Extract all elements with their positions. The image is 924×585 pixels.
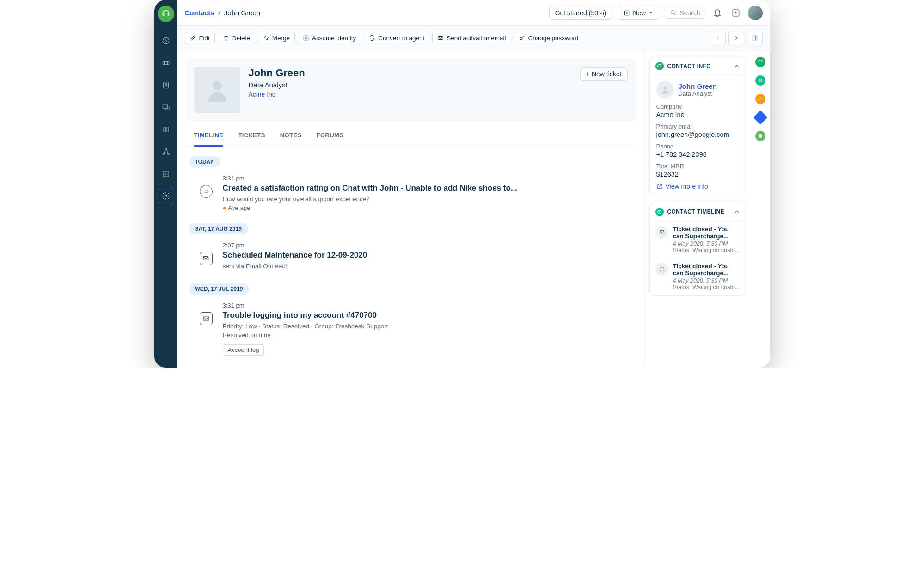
profile-info: John Green Data Analyst Acme Inc xyxy=(249,67,305,113)
nav-screens-icon[interactable] xyxy=(158,99,174,116)
content-area: John Green Data Analyst Acme Inc + New t… xyxy=(177,50,644,368)
nav-tickets-icon[interactable] xyxy=(158,55,174,71)
chevron-right-icon xyxy=(733,35,740,41)
mail-icon xyxy=(437,35,444,41)
timeline-item[interactable]: 3:31 pm Created a satisfaction rating on… xyxy=(186,170,636,221)
timeline-title: Scheduled Maintenance for 12-09-2020 xyxy=(223,251,636,260)
sparkle-icon[interactable] xyxy=(729,6,742,19)
tab-timeline[interactable]: TIMELINE xyxy=(194,125,224,147)
field-value: john.green@google.com xyxy=(656,131,739,138)
contact-name-link[interactable]: John Green xyxy=(679,82,717,90)
timeline-subtitle: sent via Email Outreach xyxy=(223,263,636,270)
prev-contact-button[interactable] xyxy=(710,31,726,45)
app-freshservice-icon[interactable] xyxy=(755,131,765,141)
chevron-down-icon xyxy=(649,11,653,15)
svg-point-14 xyxy=(306,37,306,38)
nav-reports-icon[interactable] xyxy=(158,166,174,182)
assume-identity-button[interactable]: Assume identity xyxy=(298,32,361,44)
date-pill: WED, 17 JUL 2019 xyxy=(189,283,250,295)
app-window: Contacts › John Green Get started (50%) … xyxy=(154,0,770,368)
panel-toggle-button[interactable] xyxy=(747,31,763,45)
nav-contacts-icon[interactable] xyxy=(158,77,174,93)
next-contact-button[interactable] xyxy=(728,31,744,45)
card-header[interactable]: CONTACT TIMELINE xyxy=(650,203,746,221)
breadcrumb-root-link[interactable]: Contacts xyxy=(185,9,214,17)
timeline-rating: ●Average xyxy=(223,204,636,211)
timeline-title: Trouble logging into my account #470700 xyxy=(223,311,636,320)
convert-agent-button[interactable]: Convert to agent xyxy=(364,32,429,44)
nav-knowledge-icon[interactable] xyxy=(158,121,174,138)
breadcrumb: Contacts › John Green xyxy=(185,9,261,17)
timeline-resolved: Resolved on time xyxy=(223,332,636,339)
header: Contacts › John Green Get started (50%) … xyxy=(177,0,770,26)
nav-settings-icon[interactable] xyxy=(158,188,174,204)
left-nav xyxy=(154,0,177,368)
field-value: $12632 xyxy=(656,171,739,178)
change-password-button[interactable]: Change password xyxy=(514,32,584,44)
svg-point-19 xyxy=(205,191,205,191)
card-header[interactable]: CONTACT INFO xyxy=(650,57,746,75)
timeline-mini-item[interactable]: Ticket closed - You can Supercharge... 4… xyxy=(650,221,746,258)
chevron-up-icon xyxy=(734,209,740,215)
chevron-up-icon xyxy=(734,63,740,69)
mini-date: 4 May 2020, 5:30 PM xyxy=(673,240,740,247)
merge-button[interactable]: Merge xyxy=(258,32,295,44)
external-link-icon xyxy=(656,183,663,190)
app-freshsales-icon[interactable] xyxy=(755,75,765,86)
side-panel: CONTACT INFO John Green Data Analyst Com… xyxy=(644,50,751,368)
svg-rect-4 xyxy=(163,105,168,108)
assume-label: Assume identity xyxy=(312,35,356,42)
field-value: Acme Inc. xyxy=(656,111,739,118)
timeline-item[interactable]: 2:07 pm Scheduled Maintenance for 12-09-… xyxy=(186,237,636,281)
mini-status: Status: Waiting on custo... xyxy=(673,247,740,253)
date-pill-today: TODAY xyxy=(189,156,220,167)
delete-label: Delete xyxy=(232,35,250,42)
convert-label: Convert to agent xyxy=(378,35,424,42)
user-avatar[interactable] xyxy=(748,6,763,20)
mail-icon xyxy=(200,312,213,325)
app-rail xyxy=(751,50,770,368)
timeline-item[interactable]: 3:31 pm Trouble logging into my account … xyxy=(186,297,636,365)
new-button[interactable]: New xyxy=(618,6,659,20)
svg-point-18 xyxy=(213,81,222,90)
user-box-icon xyxy=(303,35,309,41)
app-freshdesk-icon[interactable] xyxy=(755,57,765,67)
edit-label: Edit xyxy=(199,35,210,42)
timeline-list: TODAY 3:31 pm Created a satisfaction rat… xyxy=(186,147,636,365)
get-started-button[interactable]: Get started (50%) xyxy=(549,6,612,20)
app-logo[interactable] xyxy=(158,6,174,22)
app-freshcaller-icon[interactable] xyxy=(755,94,765,104)
field-label: Phone xyxy=(656,143,739,150)
view-more-link[interactable]: View more info xyxy=(656,183,739,190)
field-value: +1 782 342 2398 xyxy=(656,151,739,158)
svg-point-11 xyxy=(671,11,675,14)
profile-company-link[interactable]: Acme Inc xyxy=(249,91,305,98)
nav-social-icon[interactable] xyxy=(158,143,174,160)
refresh-icon xyxy=(369,35,375,41)
timeline-badge[interactable]: Account log xyxy=(223,344,264,356)
delete-button[interactable]: Delete xyxy=(218,32,255,44)
chevron-right-icon: › xyxy=(218,9,220,17)
edit-icon xyxy=(190,35,196,41)
notifications-icon[interactable] xyxy=(711,6,724,19)
timeline-mini-item[interactable]: Ticket closed - You can Supercharge... 4… xyxy=(650,258,746,295)
new-ticket-button[interactable]: + New ticket xyxy=(580,67,628,81)
timeline-time: 3:31 pm xyxy=(223,302,636,309)
mini-title: Ticket closed - You can Supercharge... xyxy=(673,263,740,277)
search-input[interactable]: Search xyxy=(665,7,705,19)
merge-label: Merge xyxy=(272,35,290,42)
profile-card: John Green Data Analyst Acme Inc + New t… xyxy=(186,59,636,122)
tab-forums[interactable]: FORUMS xyxy=(317,125,344,147)
action-toolbar: Edit Delete Merge Assume identity Conver… xyxy=(177,26,770,50)
tab-tickets[interactable]: TICKETS xyxy=(238,125,265,147)
app-freshsuccess-icon[interactable] xyxy=(753,110,767,124)
send-activation-button[interactable]: Send activation email xyxy=(432,32,511,44)
tabs: TIMELINE TICKETS NOTES FORUMS xyxy=(186,125,636,147)
nav-dashboard-icon[interactable] xyxy=(158,32,174,49)
mini-date: 4 May 2020, 5:30 PM xyxy=(673,277,740,284)
svg-point-16 xyxy=(520,37,522,40)
layout-icon xyxy=(752,35,758,41)
timeline-subtitle: How would you rate your overall support … xyxy=(223,196,636,203)
edit-button[interactable]: Edit xyxy=(185,32,215,44)
tab-notes[interactable]: NOTES xyxy=(280,125,302,147)
